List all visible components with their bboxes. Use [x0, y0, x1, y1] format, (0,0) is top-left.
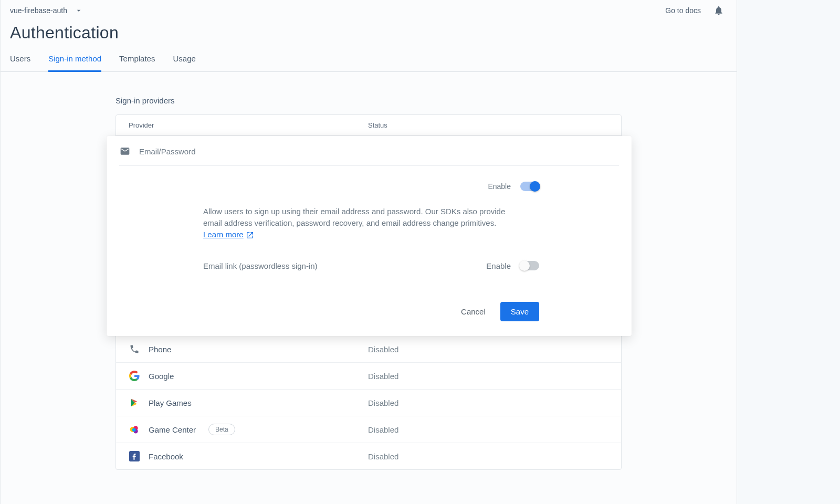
play-icon	[129, 397, 140, 408]
beta-badge: Beta	[208, 424, 235, 435]
passwordless-enable-label: Enable	[486, 261, 511, 270]
cancel-button[interactable]: Cancel	[461, 307, 486, 316]
provider-status: Disabled	[368, 452, 398, 461]
passwordless-label: Email link (passwordless sign-in)	[203, 261, 318, 270]
svg-point-3	[132, 428, 136, 432]
tab-usage[interactable]: Usage	[173, 54, 195, 71]
project-selector[interactable]: vue-firebase-auth	[10, 5, 84, 16]
project-name: vue-firebase-auth	[10, 6, 67, 15]
provider-status: Disabled	[368, 345, 398, 354]
tab-signin-method[interactable]: Sign-in method	[48, 54, 101, 72]
learn-more-link[interactable]: Learn more	[203, 230, 254, 239]
expanded-provider-name: Email/Password	[139, 147, 196, 156]
go-to-docs-link[interactable]: Go to docs	[665, 6, 701, 15]
tab-templates[interactable]: Templates	[119, 54, 155, 71]
phone-icon	[129, 343, 140, 355]
col-header-status: Status	[368, 121, 608, 129]
chevron-down-icon	[74, 5, 84, 16]
provider-expanded-card: Email/Password Enable Allow users to sig…	[107, 136, 632, 336]
facebook-icon	[129, 450, 140, 462]
col-header-provider: Provider	[129, 121, 368, 129]
tab-users[interactable]: Users	[10, 54, 30, 71]
provider-row[interactable]: FacebookDisabled	[116, 443, 621, 469]
section-title: Sign-in providers	[116, 96, 622, 105]
help-text-body: Allow users to sign up using their email…	[203, 207, 505, 227]
provider-name: Game Center	[149, 425, 196, 434]
enable-label: Enable	[488, 182, 511, 191]
gamecenter-icon	[129, 424, 140, 435]
provider-row[interactable]: Play GamesDisabled	[116, 389, 621, 416]
passwordless-toggle[interactable]	[520, 261, 539, 270]
mail-icon	[119, 145, 131, 157]
provider-name: Play Games	[149, 398, 192, 407]
page-title: Authentication	[1, 16, 737, 43]
provider-row[interactable]: Game CenterBetaDisabled	[116, 416, 621, 443]
auth-tabs: Users Sign-in method Templates Usage	[1, 43, 737, 72]
enable-toggle[interactable]	[520, 182, 539, 191]
help-text: Allow users to sign up using their email…	[203, 206, 518, 240]
save-button[interactable]: Save	[500, 302, 539, 321]
provider-status: Disabled	[368, 372, 398, 381]
provider-row[interactable]: PhoneDisabled	[116, 336, 621, 362]
google-icon	[129, 370, 140, 382]
open-external-icon	[246, 231, 254, 239]
bell-icon[interactable]	[713, 5, 724, 16]
provider-status: Disabled	[368, 425, 398, 434]
provider-name: Facebook	[149, 452, 183, 461]
provider-name: Phone	[149, 345, 171, 354]
providers-table: Provider Status Email/Password Enable	[116, 114, 622, 470]
provider-status: Disabled	[368, 398, 398, 407]
provider-name: Google	[149, 372, 174, 381]
provider-row[interactable]: GoogleDisabled	[116, 362, 621, 389]
